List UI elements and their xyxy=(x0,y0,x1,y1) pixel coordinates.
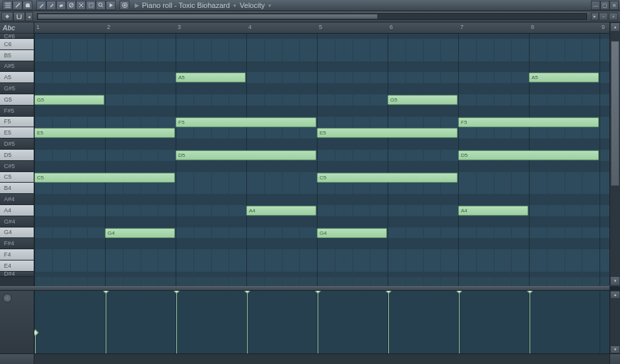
midi-note[interactable]: E5 xyxy=(34,128,175,138)
piano-key[interactable]: A5 xyxy=(0,72,34,83)
velocity-handle[interactable] xyxy=(103,291,110,293)
vertical-scrollbar[interactable]: ▴ ▾ xyxy=(609,22,620,286)
playback-icon[interactable] xyxy=(106,1,116,10)
timeline-ruler[interactable]: 123456789 xyxy=(34,22,620,34)
maximize-button[interactable]: ▢ xyxy=(600,1,609,10)
snap-icon[interactable] xyxy=(120,1,129,10)
velocity-handle[interactable] xyxy=(244,291,251,293)
velocity-bar[interactable] xyxy=(388,291,389,353)
magnet-icon[interactable] xyxy=(13,12,25,21)
piano-key[interactable]: B4 xyxy=(0,183,34,194)
midi-note[interactable]: A5 xyxy=(176,73,246,82)
piano-key[interactable]: F4 xyxy=(0,249,34,260)
piano-key[interactable]: F5 xyxy=(0,117,34,128)
velocity-bar[interactable] xyxy=(318,291,318,353)
vscroll-thumb[interactable] xyxy=(611,41,619,186)
velocity-area[interactable] xyxy=(34,291,609,353)
midi-note[interactable]: F5 xyxy=(176,117,316,127)
midi-note[interactable]: G5 xyxy=(388,95,458,105)
midi-note[interactable]: C5 xyxy=(317,173,458,183)
piano-key[interactable]: C5 xyxy=(0,172,34,183)
chevron-down-icon[interactable]: ▼ xyxy=(232,3,237,8)
piano-key[interactable]: G#4 xyxy=(0,216,34,228)
brush-icon[interactable] xyxy=(46,1,56,10)
velocity-vscroll[interactable]: ▴ ▾ xyxy=(609,291,620,353)
piano-key[interactable]: D5 xyxy=(0,150,34,161)
piano-key[interactable]: B5 xyxy=(0,50,34,61)
note-grid[interactable]: A5A5G5G5F5F5E5E5D5D5C5C5A4A4G4G4 xyxy=(34,34,620,286)
bottom-scroll-track[interactable] xyxy=(34,354,609,364)
midi-note[interactable]: A4 xyxy=(246,206,316,216)
scroll-right-button[interactable]: ▸ xyxy=(591,13,599,20)
stamp-icon[interactable] xyxy=(1,12,13,21)
midi-note[interactable]: A5 xyxy=(529,73,599,82)
velocity-bar[interactable] xyxy=(176,291,177,353)
piano-key[interactable]: E4 xyxy=(0,260,34,272)
midi-note[interactable]: G4 xyxy=(317,228,387,238)
velocity-bar[interactable] xyxy=(106,291,106,353)
piano-key[interactable]: G4 xyxy=(0,228,34,239)
close-button[interactable]: ✕ xyxy=(609,1,619,10)
panel-divider[interactable] xyxy=(0,286,609,291)
scroll-up-button[interactable]: ▴ xyxy=(610,22,620,32)
zoom-icon[interactable] xyxy=(96,1,106,10)
piano-key[interactable]: D#4 xyxy=(0,272,34,277)
piano-key[interactable]: D#5 xyxy=(0,138,34,150)
title-param[interactable]: Velocity xyxy=(240,1,265,9)
velocity-knob[interactable] xyxy=(3,293,12,303)
piano-key[interactable]: A#5 xyxy=(0,61,34,73)
zoom-out-button[interactable]: − xyxy=(599,13,608,20)
midi-note[interactable]: G5 xyxy=(34,95,104,105)
scroll-left-button[interactable]: ◂ xyxy=(25,12,33,21)
midi-note[interactable]: D5 xyxy=(176,150,316,160)
piano-key[interactable]: A4 xyxy=(0,205,34,216)
midi-note[interactable]: G4 xyxy=(105,228,175,238)
piano-key[interactable]: C#5 xyxy=(0,161,34,172)
erase-icon[interactable] xyxy=(56,1,66,10)
velocity-bar[interactable] xyxy=(459,291,460,353)
grid-line xyxy=(141,34,141,286)
vel-scroll-down[interactable]: ▾ xyxy=(610,346,620,353)
velocity-handle[interactable] xyxy=(527,291,534,293)
title-label: ▶ Piano roll - Toxic Biohazard ▼ Velocit… xyxy=(129,1,277,9)
velocity-handle[interactable] xyxy=(386,291,392,293)
velocity-handle[interactable] xyxy=(315,291,322,293)
svg-point-4 xyxy=(123,5,125,7)
midi-note[interactable]: C5 xyxy=(34,173,175,183)
velocity-handle[interactable] xyxy=(174,291,180,293)
piano-key[interactable]: E5 xyxy=(0,127,34,138)
chevron-down-icon[interactable]: ▼ xyxy=(267,3,272,8)
menu-icon[interactable] xyxy=(3,1,13,10)
piano-key[interactable]: C6 xyxy=(0,39,34,50)
minimize-button[interactable]: — xyxy=(591,1,600,10)
hscroll-thumb[interactable] xyxy=(38,14,378,19)
velocity-bar[interactable] xyxy=(35,333,36,353)
midi-note[interactable]: D5 xyxy=(458,150,599,160)
pencil-icon[interactable] xyxy=(36,1,46,10)
scroll-down-button[interactable]: ▾ xyxy=(610,276,620,286)
velocity-bar[interactable] xyxy=(530,291,530,353)
piano-key[interactable]: G5 xyxy=(0,94,34,106)
velocity-bar[interactable] xyxy=(247,291,248,353)
velocity-handle[interactable] xyxy=(456,291,463,293)
slice-icon[interactable] xyxy=(76,1,86,10)
paint-icon[interactable] xyxy=(22,1,32,10)
key-header[interactable]: Abc xyxy=(0,22,34,34)
velocity-handle[interactable] xyxy=(34,329,38,336)
piano-key[interactable]: F#5 xyxy=(0,106,34,117)
draw-icon[interactable] xyxy=(13,1,22,10)
midi-note[interactable]: A4 xyxy=(458,206,528,216)
title-instrument[interactable]: Toxic Biohazard xyxy=(178,1,230,9)
select-icon[interactable] xyxy=(86,1,96,10)
piano-key[interactable]: A#4 xyxy=(0,194,34,205)
midi-note[interactable]: E5 xyxy=(317,128,458,138)
piano-key[interactable]: C#6 xyxy=(0,34,34,39)
grid-line xyxy=(52,34,53,286)
zoom-in-button[interactable]: + xyxy=(609,13,618,20)
midi-note[interactable]: F5 xyxy=(458,117,599,127)
vel-scroll-up[interactable]: ▴ xyxy=(610,291,620,299)
mute-icon[interactable] xyxy=(66,1,76,10)
horizontal-scrollbar-top[interactable] xyxy=(37,13,587,20)
piano-key[interactable]: G#5 xyxy=(0,83,34,94)
piano-key[interactable]: F#4 xyxy=(0,238,34,249)
